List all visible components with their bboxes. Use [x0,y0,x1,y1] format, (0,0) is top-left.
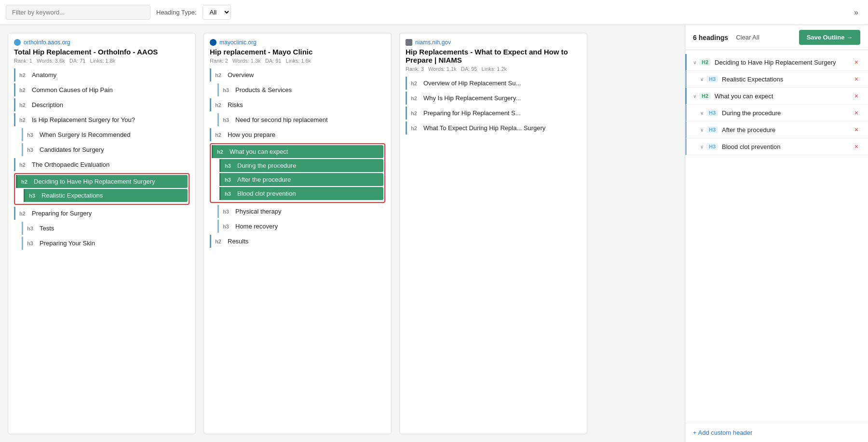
heading-item[interactable]: h2 Results [210,235,385,248]
right-panel-header: 6 headings Clear All Save Outline → [685,25,868,50]
right-panel: 6 headings Clear All Save Outline → ∨ H2… [685,25,868,442]
source-title: Hip Replacements - What to Expect and Ho… [406,48,581,64]
source-url-text: niams.nih.gov [415,39,451,46]
heading-text: Overview of Hip Replacement Su... [423,80,521,87]
heading-item[interactable]: h2 Why Is Hip Replacement Surgery... [406,92,581,105]
heading-tag: h2 [19,117,29,123]
source-title: Total Hip Replacement - OrthoInfo - AAOS [14,48,190,56]
heading-item[interactable]: h2 The Orthopaedic Evaluation [14,158,190,171]
heading-text: Anatomy [32,71,56,79]
heading-text: Physical therapy [235,208,281,215]
remove-outline-item-button[interactable]: × [853,125,860,134]
chevron-icon[interactable]: ∨ [700,77,704,82]
remove-outline-item-button[interactable]: × [853,92,860,100]
heading-item[interactable]: h3 Need for second hip replacement [217,113,385,126]
heading-item[interactable]: h2 Overview [210,68,385,81]
heading-item[interactable]: h2 Risks [210,98,385,111]
expand-button[interactable]: » [850,6,862,19]
save-outline-button[interactable]: Save Outline → [799,30,860,45]
heading-tag: h2 [19,211,29,216]
source-meta: Rank: 1 Words: 3.6k DA: 71 Links: 1.8k [14,58,190,64]
heading-tag: h2 [19,162,29,168]
heading-item[interactable]: h3 Candidates for Surgery [22,143,190,156]
heading-item[interactable]: h2 How you prepare [210,128,385,141]
heading-item[interactable]: h3 Tests [22,222,190,235]
heading-text: Results [228,238,248,245]
chevron-icon[interactable]: ∨ [700,127,704,133]
heading-item[interactable]: h2 Preparing for Hip Replacement S... [406,107,581,120]
heading-text: Need for second hip replacement [235,116,328,123]
top-bar: Heading Type: All H2 H3 » [0,0,868,25]
heading-item[interactable]: h2 Anatomy [14,68,190,81]
source-card-1: mayoclinic.org Hip replacement - Mayo Cl… [203,33,392,434]
heading-item[interactable]: h2 Overview of Hip Replacement Su... [406,77,581,90]
chevron-icon[interactable]: ∨ [693,60,696,65]
outline-item[interactable]: ∨ H3 After the procedure × [685,121,868,138]
remove-outline-item-button[interactable]: × [853,108,860,117]
source-url-text: orthoinfo.aaos.org [24,39,70,46]
keyword-filter-input[interactable] [6,5,150,20]
heading-tag: h3 [225,191,234,197]
source-card-0: orthoinfo.aaos.org Total Hip Replacement… [8,33,196,434]
heading-tag: h3 [29,193,39,199]
outline-tag: H3 [706,109,718,116]
heading-item[interactable]: h2 Deciding to Have Hip Replacement Surg… [16,175,188,188]
heading-tag: h3 [223,87,232,93]
heading-tag: h2 [411,95,420,101]
source-url[interactable]: mayoclinic.org [210,39,385,46]
heading-tag: h2 [21,179,31,185]
heading-text: When Surgery Is Recommended [40,131,131,138]
outline-item[interactable]: ∨ H2 Deciding to Have Hip Replacement Su… [685,54,868,71]
remove-outline-item-button[interactable]: × [853,58,860,67]
source-url-text: mayoclinic.org [219,39,257,46]
heading-item[interactable]: h2 What To Expect During Hip Repla... Su… [406,121,581,134]
favicon-icon [210,39,217,46]
chevron-icon[interactable]: ∨ [700,110,704,116]
outline-item[interactable]: ∨ H3 During the procedure × [685,105,868,121]
outline-tag: H3 [706,143,718,150]
heading-tag: h2 [19,72,29,78]
heading-tag: h3 [27,147,37,153]
heading-item[interactable]: h3 Home recovery [217,220,385,233]
heading-item[interactable]: h3 Products & Services [217,83,385,96]
heading-item[interactable]: h3 After the procedure [219,173,383,186]
outline-item[interactable]: ∨ H3 Blood clot prevention × [685,138,868,155]
heading-item[interactable]: h2 Preparing for Surgery [14,207,190,220]
heading-text: After the procedure [237,176,291,183]
outline-items-list: ∨ H2 Deciding to Have Hip Replacement Su… [685,50,868,423]
heading-item[interactable]: h3 Blood clot prevention [219,187,383,200]
heading-item[interactable]: h3 Preparing Your Skin [22,237,190,250]
heading-tag: h3 [225,177,234,183]
chevron-icon[interactable]: ∨ [700,144,704,149]
heading-item[interactable]: h3 When Surgery Is Recommended [22,128,190,141]
heading-type-select[interactable]: All H2 H3 [203,5,231,20]
remove-outline-item-button[interactable]: × [853,142,860,151]
heading-text: Tests [40,225,54,232]
heading-text: How you prepare [228,131,275,138]
outline-item-text: During the procedure [722,109,853,117]
heading-item[interactable]: h3 Physical therapy [217,205,385,218]
heading-text: Risks [228,101,243,108]
heading-text: Home recovery [235,223,278,230]
remove-outline-item-button[interactable]: × [853,75,860,83]
outline-item[interactable]: ∨ H3 Realistic Expectations × [685,71,868,88]
heading-item[interactable]: h2 Common Causes of Hip Pain [14,83,190,96]
source-url[interactable]: orthoinfo.aaos.org [14,39,190,46]
favicon-icon [14,39,21,46]
heading-tag: h2 [19,102,29,108]
heading-text: Blood clot prevention [237,190,296,197]
heading-item[interactable]: h3 Realistic Expectations [24,189,188,202]
heading-item[interactable]: h2 Is Hip Replacement Surgery for You? [14,113,190,126]
main-layout: orthoinfo.aaos.org Total Hip Replacement… [0,25,868,442]
heading-item[interactable]: h3 During the procedure [219,159,383,172]
chevron-icon[interactable]: ∨ [693,94,696,99]
source-header: niams.nih.gov Hip Replacements - What to… [406,39,581,72]
outline-item[interactable]: ∨ H2 What you can expect × [685,88,868,105]
add-custom-header[interactable]: + Add custom header [685,423,868,442]
clear-all-button[interactable]: Clear All [734,33,761,42]
content-area: orthoinfo.aaos.org Total Hip Replacement… [0,25,685,442]
heading-item[interactable]: h2 What you can expect [212,145,383,158]
source-url[interactable]: niams.nih.gov [406,39,581,46]
heading-item[interactable]: h2 Description [14,98,190,111]
heading-tag: h2 [411,110,420,116]
